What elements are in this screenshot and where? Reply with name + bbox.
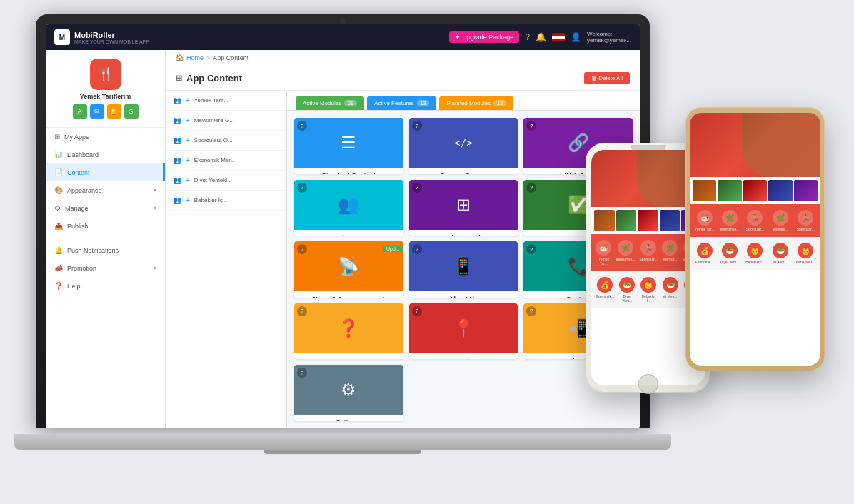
phone-menu-item-2[interactable]: 👶 Bebekler İ... xyxy=(794,240,818,267)
sidebar-item-push[interactable]: 🔔 Push Notifications xyxy=(46,241,165,259)
sidebar-item-dashboard[interactable]: 📊 Dashboard xyxy=(46,146,165,163)
list-item[interactable]: 👥 + Mevsimlere G... xyxy=(166,111,286,131)
breadcrumb-current: App Content xyxy=(213,54,248,61)
sidebar-item-content[interactable]: 📄 Content xyxy=(46,163,165,181)
phone-menu-item-2[interactable]: 🥗 Diyet Yem... xyxy=(718,240,741,267)
list-item[interactable]: 👥 + Bebekler İçi... xyxy=(166,191,286,211)
phone-menu-item[interactable]: 🏃 Sporcular... xyxy=(794,207,818,234)
breadcrumb-home-label[interactable]: Home xyxy=(186,54,204,61)
sidebar-item-help[interactable]: ❓ Help xyxy=(46,277,165,295)
module-question-5[interactable]: ? xyxy=(526,183,536,193)
list-item[interactable]: 👥 + Ekonomik Men... xyxy=(166,151,286,171)
sidebar-item-appearance[interactable]: 🎨 Appearance ▾ xyxy=(46,181,165,199)
push-icon: 🔔 xyxy=(54,246,63,254)
content-area: 🏠 Home > App Content ⊞ App Content xyxy=(166,50,640,428)
module-question-2[interactable]: ? xyxy=(526,121,536,131)
app-type-android: A xyxy=(73,104,87,119)
module-question-1[interactable]: ? xyxy=(412,121,422,131)
flag-icon[interactable] xyxy=(552,33,565,41)
list-add-4: + xyxy=(186,176,190,184)
breadcrumb-sep: > xyxy=(206,54,210,61)
appearance-icon: 🎨 xyxy=(54,186,63,194)
module-body-submenu: Submenu Add To App xyxy=(294,230,403,236)
phone-menu-item[interactable]: 🏃 Sporcular... xyxy=(743,207,767,234)
logo-text: MobiRoller xyxy=(74,31,149,39)
phone-menu-item[interactable]: 🏃 Sporcular... xyxy=(638,237,659,268)
phone-menu-item-2[interactable]: 👶 Bebekler İ... xyxy=(743,240,767,267)
list-panel: 👥 + Yemek Tarif... 👥 + Mevsimlere G... xyxy=(166,91,287,428)
phone-white-home-button[interactable] xyxy=(638,374,658,394)
delete-all-button[interactable]: 🗑 Delete All xyxy=(584,72,630,84)
module-name-news: News & Announcement xyxy=(300,296,398,298)
module-name-catalog: Product Catalog xyxy=(415,234,513,236)
module-question-9[interactable]: ? xyxy=(297,306,307,316)
phone-menu-item-2[interactable]: 🥗 Diyet Yem... xyxy=(617,274,637,306)
tab-active-features[interactable]: Active Features 13 xyxy=(367,96,436,110)
phone-menu-item[interactable]: 🌿 visimse... xyxy=(660,237,680,268)
sidebar-item-publish[interactable]: 📤 Publish xyxy=(46,217,165,235)
phone-thumbnails-gold xyxy=(690,177,820,204)
page-title: ⊞ App Content xyxy=(176,73,242,84)
sidebar-item-manage[interactable]: ⚙ Manage ▾ xyxy=(46,199,165,217)
tab-active-modules[interactable]: Active Modules 29 xyxy=(296,96,364,110)
phone-menu-label-g4: Sporcular... xyxy=(797,227,815,231)
phone-thumb-1 xyxy=(594,210,615,231)
module-question-8[interactable]: ? xyxy=(526,244,536,254)
list-label-1: Mevsimlere G... xyxy=(194,117,234,124)
phone-menu-label-1: Mevsimse... xyxy=(616,257,636,261)
phone-menu-icon-1: 🌿 xyxy=(618,240,633,256)
appearance-label: Appearance xyxy=(67,187,102,194)
phone-menu-item[interactable]: 🌿 visimse... xyxy=(768,207,792,234)
phone-thumb-g5 xyxy=(794,180,818,201)
phone-menu-icon-2-1: 🥗 xyxy=(619,277,635,293)
list-item[interactable]: 👥 + Yemek Tarif... xyxy=(166,91,286,111)
module-question-12[interactable]: ? xyxy=(297,368,307,378)
phone-thumb-g4 xyxy=(768,180,792,201)
module-question-0[interactable]: ? xyxy=(297,121,307,131)
phone-menu-item-2[interactable]: 💰 Ekonomik... xyxy=(594,274,616,306)
module-question-11[interactable]: ? xyxy=(526,306,536,316)
list-item[interactable]: 👥 + Sporculara Ö... xyxy=(166,131,286,151)
screen-content: M MobiRoller MAKE YOUR OWN MOBILE APP ✦ … xyxy=(46,24,640,428)
phone-menu-item-2[interactable]: 🥗 et Yem... xyxy=(768,240,792,267)
module-question-4[interactable]: ? xyxy=(412,183,422,193)
phone-menu-item[interactable]: 🌿 Mevsimse... xyxy=(615,237,637,268)
module-question-10[interactable]: ? xyxy=(412,306,422,316)
module-question-3[interactable]: ? xyxy=(297,183,307,193)
phone-thumb-4 xyxy=(660,210,680,231)
phone-menu-icon-2-3: 🥗 xyxy=(663,277,678,293)
phone-menu-item-2[interactable]: 💰 Ekonomik... xyxy=(693,240,716,267)
phone-menu-icon-3: 🌿 xyxy=(662,240,678,256)
breadcrumb-home[interactable]: 🏠 xyxy=(176,54,184,61)
phone-menu-item[interactable]: 🍜 Yemek Tar... xyxy=(594,237,613,268)
tab-planned-modules[interactable]: Planned Modules 13 xyxy=(439,96,513,110)
sidebar-item-promotion[interactable]: 📣 Promotion ▾ xyxy=(46,259,165,277)
list-item[interactable]: 👥 + Diyet Yemekl... xyxy=(166,171,286,191)
notification-icon[interactable]: 🔔 xyxy=(536,32,546,42)
phone-thumb-g2 xyxy=(718,180,741,201)
list-add-5: + xyxy=(186,196,190,204)
module-body-settings: Settings Add To App xyxy=(294,415,403,421)
phone-menu-item[interactable]: 🍜 Yemek Tar... xyxy=(693,207,716,234)
phone-menu-icon-0: 🍜 xyxy=(596,240,611,256)
help-icon[interactable]: ? xyxy=(525,32,530,42)
promotion-chevron: ▾ xyxy=(154,265,156,271)
phone-menu-item[interactable]: 🌿 Mevsimse... xyxy=(718,207,741,234)
phone-thumb-g1 xyxy=(693,180,716,201)
upgrade-button[interactable]: ✦ Upgrade Package xyxy=(449,31,520,43)
sidebar-app-header: 🍴 Yemek Tariflerim A ✉ 🔔 $ xyxy=(46,50,165,128)
module-card-product-catalog: ? ⊞ Product Catalog Add To App xyxy=(409,180,518,236)
help-label: Help xyxy=(67,283,81,290)
module-tabs: Active Modules 29 Active Features 13 xyxy=(287,91,640,111)
phone-menu-item-2[interactable]: 👶 Bebekler İ... xyxy=(638,274,658,306)
list-icon-2: 👥 xyxy=(173,136,181,144)
app-type-icons: A ✉ 🔔 $ xyxy=(73,104,139,119)
sidebar-item-myapps[interactable]: ⊞ My Apps xyxy=(46,128,165,146)
module-header-about: ? 📱 xyxy=(409,241,518,291)
dashboard-icon: 📊 xyxy=(54,151,63,158)
myapps-icon: ⊞ xyxy=(54,133,60,141)
module-question-7[interactable]: ? xyxy=(412,244,422,254)
module-question-6[interactable]: ? xyxy=(297,244,307,254)
push-label: Push Notifications xyxy=(67,247,119,254)
phone-menu-item-2[interactable]: 🥗 et Yem... xyxy=(660,274,680,306)
